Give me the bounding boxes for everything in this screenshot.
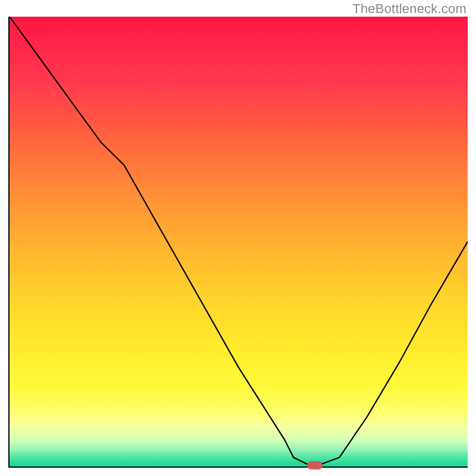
plot-area xyxy=(8,17,468,468)
watermark-text: TheBottleneck.com xyxy=(352,1,466,17)
chart-curve xyxy=(10,17,468,466)
optimal-point-marker xyxy=(307,461,322,469)
